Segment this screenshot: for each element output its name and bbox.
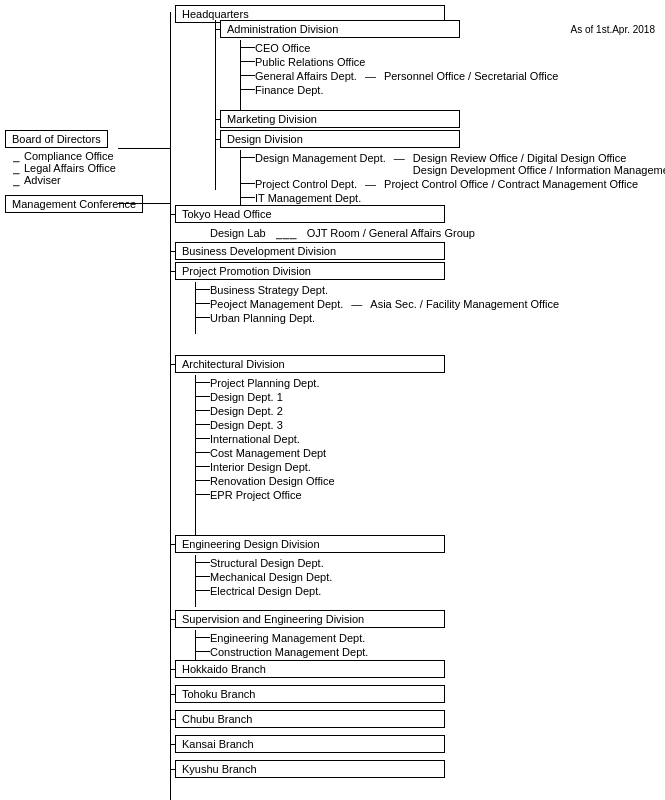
- eng-hline: [170, 544, 175, 545]
- kyushu-label: Kyushu Branch: [175, 760, 445, 778]
- mechanical-item: Mechanical Design Dept.: [195, 569, 445, 583]
- eng-node: Engineering Design Division Structural D…: [175, 535, 445, 597]
- compliance-item: ⎯Compliance Office: [13, 150, 116, 162]
- marketing-node: Marketing Division: [220, 110, 460, 128]
- compliance-label: Compliance Office: [24, 150, 114, 162]
- biz-dev-hline: [170, 251, 175, 252]
- design3-label: Design Dept. 3: [210, 419, 283, 431]
- eng-mgmt-item: Engineering Management Dept.: [195, 630, 445, 644]
- project-promo-label: Project Promotion Division: [175, 262, 445, 280]
- tohoku-label: Tohoku Branch: [175, 685, 445, 703]
- design-dev-label: Design Development Office / Information …: [413, 164, 665, 176]
- mgmt-hline: [118, 203, 170, 204]
- pr-hline: [240, 61, 255, 62]
- peoject-mgmt-hline: [195, 303, 210, 304]
- asia-sec-label: Asia Sec. / Facility Management Office: [370, 298, 559, 310]
- renovation-hline: [195, 480, 210, 481]
- finance-label: Finance Dept.: [255, 84, 323, 96]
- adviser-item: ⎯Adviser: [13, 174, 116, 186]
- kansai-node: Kansai Branch: [175, 735, 445, 753]
- intl-hline: [195, 438, 210, 439]
- renovation-item: Renovation Design Office: [195, 473, 445, 487]
- cost-label: Cost Management Dept: [210, 447, 326, 459]
- design-mgmt-item: Design Management Dept. — Design Review …: [240, 150, 665, 176]
- structural-hline: [195, 562, 210, 563]
- epr-hline: [195, 494, 210, 495]
- ojt-label: OJT Room / General Affairs Group: [307, 227, 475, 239]
- electrical-label: Electrical Design Dept.: [210, 585, 321, 597]
- project-promo-node: Project Promotion Division Business Stra…: [175, 262, 559, 324]
- it-mgmt-hline: [240, 197, 255, 198]
- design-div-label: Design Division: [220, 130, 460, 148]
- supervision-label: Supervision and Engineering Division: [175, 610, 445, 628]
- mechanical-hline: [195, 576, 210, 577]
- footer-date: As of 1st.Apr. 2018: [571, 24, 656, 35]
- biz-strategy-item: Business Strategy Dept.: [195, 282, 559, 296]
- project-promo-hline: [170, 271, 175, 272]
- tokyo-head-node: Tokyo Head Office Design Lab ⎯⎯⎯ OJT Roo…: [175, 205, 475, 239]
- chubu-node: Chubu Branch: [175, 710, 445, 728]
- adviser-label: Adviser: [24, 174, 61, 186]
- design-mgmt-label: Design Management Dept.: [255, 152, 386, 164]
- design1-hline: [195, 396, 210, 397]
- project-ctrl-hline: [240, 183, 255, 184]
- design2-hline: [195, 410, 210, 411]
- general-hline: [240, 75, 255, 76]
- tohoku-hline: [170, 694, 175, 695]
- interior-item: Interior Design Dept.: [195, 459, 445, 473]
- chubu-label: Chubu Branch: [175, 710, 445, 728]
- board-box: Board of Directors ⎯Compliance Office ⎯L…: [5, 130, 116, 186]
- admin-label: Administration Division: [220, 20, 460, 38]
- design-lab-label: Design Lab: [210, 227, 266, 239]
- project-ctrl-office-label: Project Control Office / Contract Manage…: [384, 178, 638, 190]
- proj-planning-label: Project Planning Dept.: [210, 377, 319, 389]
- eng-label: Engineering Design Division: [175, 535, 445, 553]
- kyushu-node: Kyushu Branch: [175, 760, 445, 778]
- electrical-item: Electrical Design Dept.: [195, 583, 445, 597]
- project-ctrl-item: Project Control Dept. — Project Control …: [240, 176, 665, 190]
- org-chart: Board of Directors ⎯Compliance Office ⎯L…: [0, 0, 665, 40]
- arch-hline: [170, 364, 175, 365]
- it-mgmt-label: IT Management Dept.: [255, 192, 361, 204]
- hokkaido-node: Hokkaido Branch: [175, 660, 445, 678]
- personnel-label: Personnel Office / Secretarial Office: [384, 70, 558, 82]
- chubu-hline: [170, 719, 175, 720]
- eng-mgmt-hline: [195, 637, 210, 638]
- ceo-hline: [240, 47, 255, 48]
- tokyo-hline: [170, 214, 175, 215]
- design-div-node: Design Division Design Management Dept. …: [220, 130, 665, 204]
- design3-item: Design Dept. 3: [195, 417, 445, 431]
- hq-vline: [215, 20, 216, 190]
- finance-item: Finance Dept.: [240, 82, 558, 96]
- arch-node: Architectural Division Project Planning …: [175, 355, 445, 501]
- proj-planning-item: Project Planning Dept.: [195, 375, 445, 389]
- epr-item: EPR Project Office: [195, 487, 445, 501]
- supervision-hline: [170, 619, 175, 620]
- main-vline: [170, 12, 171, 800]
- design3-hline: [195, 424, 210, 425]
- biz-strategy-label: Business Strategy Dept.: [210, 284, 328, 296]
- legal-item: ⎯Legal Affairs Office: [13, 162, 116, 174]
- ceo-item: CEO Office: [240, 40, 558, 54]
- design-review-label: Design Review Office / Digital Design Of…: [413, 152, 665, 164]
- pr-label: Public Relations Office: [255, 56, 365, 68]
- peoject-mgmt-label: Peoject Management Dept.: [210, 298, 343, 310]
- supervision-node: Supervision and Engineering Division Eng…: [175, 610, 445, 658]
- marketing-hline: [215, 119, 220, 120]
- general-item: General Affairs Dept. — Personnel Office…: [240, 68, 558, 82]
- interior-hline: [195, 466, 210, 467]
- construction-hline: [195, 651, 210, 652]
- mechanical-label: Mechanical Design Dept.: [210, 571, 332, 583]
- admin-hline: [215, 29, 220, 30]
- eng-mgmt-label: Engineering Management Dept.: [210, 632, 365, 644]
- structural-label: Structural Design Dept.: [210, 557, 324, 569]
- project-ctrl-label: Project Control Dept.: [255, 178, 357, 190]
- board-hline: [118, 148, 170, 149]
- biz-strategy-hline: [195, 289, 210, 290]
- board-label: Board of Directors: [5, 130, 108, 148]
- design2-label: Design Dept. 2: [210, 405, 283, 417]
- biz-dev-label: Business Development Division: [175, 242, 445, 260]
- urban-planning-label: Urban Planning Dept.: [210, 312, 315, 324]
- general-label: General Affairs Dept.: [255, 70, 357, 82]
- structural-item: Structural Design Dept.: [195, 555, 445, 569]
